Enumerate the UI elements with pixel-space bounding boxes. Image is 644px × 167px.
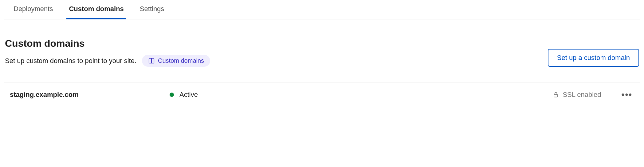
lock-icon (553, 92, 559, 98)
tab-deployments[interactable]: Deployments (11, 0, 55, 19)
setup-custom-domain-button[interactable]: Set up a custom domain (548, 49, 639, 67)
domain-status-label: Active (179, 91, 198, 99)
ssl-status: SSL enabled (553, 91, 601, 99)
book-icon (148, 58, 155, 64)
ssl-status-label: SSL enabled (563, 91, 601, 99)
docs-pill-label: Custom domains (158, 57, 204, 64)
page-description: Set up custom domains to point to your s… (5, 57, 136, 65)
domain-name: staging.example.com (10, 91, 170, 99)
domain-list: staging.example.com Active SSL enabled •… (4, 82, 640, 107)
tab-custom-domains[interactable]: Custom domains (66, 0, 126, 19)
docs-pill[interactable]: Custom domains (142, 55, 210, 67)
section-header: Custom domains Set up custom domains to … (4, 19, 640, 67)
tab-settings[interactable]: Settings (137, 0, 167, 19)
status-dot-active-icon (170, 93, 174, 97)
page-title: Custom domains (5, 38, 210, 49)
tabs-nav: Deployments Custom domains Settings (4, 0, 640, 19)
more-actions-button[interactable]: ••• (620, 90, 634, 100)
table-row: staging.example.com Active SSL enabled •… (4, 82, 640, 107)
svg-rect-1 (554, 94, 558, 97)
domain-status: Active (170, 91, 553, 99)
